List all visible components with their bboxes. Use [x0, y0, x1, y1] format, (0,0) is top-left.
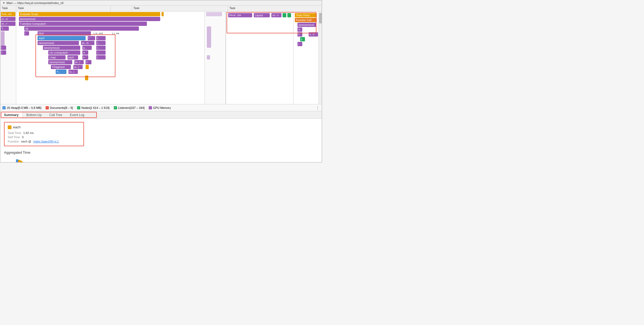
- bar-anon-row7[interactable]: (anonymous): [38, 41, 79, 45]
- bar-anon-1[interactable]: (anonymous): [19, 17, 160, 21]
- bar-a1[interactable]: (a...): [74, 60, 84, 64]
- summary-total-time-row: Total Time 1.82 ms: [8, 131, 80, 134]
- bar-anon-row8[interactable]: (anonymous): [43, 46, 80, 50]
- task-header-left: Task: [0, 6, 16, 11]
- label-li-ow: L.i_ow: [112, 31, 119, 35]
- left-small-1: [1, 31, 5, 47]
- function-label: Function: [8, 140, 19, 143]
- bar-v[interactable]: v: [86, 60, 91, 64]
- mid-bar-1: [206, 12, 222, 16]
- bar-each-main[interactable]: each: [38, 36, 86, 40]
- total-time-label: Total Time: [8, 131, 21, 134]
- gpu-label: GPU Memory: [153, 106, 171, 109]
- nodes-checkbox[interactable]: ✓: [77, 106, 80, 109]
- bar-recal-tyle[interactable]: Recal...tyle: [228, 13, 252, 17]
- summary-self-time-row: Self Time 0: [8, 136, 80, 139]
- bar-green1[interactable]: [283, 13, 286, 17]
- memory-item-js[interactable]: ✓ JS Heap[5.0 MB – 5.8 MB]: [2, 106, 41, 109]
- bar-twindow[interactable]: T.window.<computed>: [19, 22, 147, 26]
- bar-paren-4[interactable]: (...: [96, 55, 106, 60]
- left-bar-wi[interactable]: wi...>: [1, 22, 15, 26]
- summary-function-name: each: [13, 125, 21, 129]
- bar-h[interactable]: h: [297, 32, 302, 37]
- bar-imap[interactable]: i.map: [48, 55, 66, 60]
- donut-area: 2 ms 1 ms Scripting (children) 0 ms Load…: [4, 158, 318, 162]
- bar-upe[interactable]: Up...e: [271, 13, 281, 17]
- bar-e[interactable]: e: [82, 55, 88, 60]
- bar-f[interactable]: f: [88, 36, 95, 40]
- scrollbar-thumb[interactable]: [319, 13, 322, 23]
- summary-color-indicator: [8, 125, 11, 129]
- bar-a3[interactable]: (a...): [69, 70, 78, 74]
- main-flame-chart: Evaluate Script (anonymous) T.window.<co…: [16, 11, 204, 104]
- left-label-col: Eval...ript (a...s) wi...> T... t: [0, 11, 16, 104]
- bar-paren-1[interactable]: (...: [96, 36, 106, 40]
- bar-t-small[interactable]: t: [24, 31, 29, 35]
- label-lin-end: L.in_end: [94, 31, 103, 35]
- settings-icon[interactable]: ⋮: [316, 106, 320, 110]
- js-heap-checkbox[interactable]: ✓: [2, 106, 6, 109]
- nodes-label: Nodes[1 614 – 1 619]: [81, 106, 109, 109]
- bar-function-call[interactable]: Function Call: [295, 18, 317, 22]
- memory-item-listeners[interactable]: ✓ Listeners[167 – 184]: [114, 106, 145, 109]
- js-heap-label: JS Heap[5.0 MB – 5.8 MB]: [7, 106, 41, 109]
- self-time-value: 0: [22, 136, 24, 139]
- bar-paren-3[interactable]: (...: [96, 46, 106, 50]
- bar-geta[interactable]: ge...ta: [81, 41, 94, 45]
- bar-ad[interactable]: a...d: [309, 32, 318, 37]
- scrollbar-right[interactable]: [319, 11, 322, 104]
- left-bar-t3[interactable]: t: [1, 50, 6, 55]
- tab-event-log[interactable]: Event Log: [66, 111, 88, 118]
- memory-item-nodes[interactable]: ✓ Nodes[1 614 – 1 619]: [77, 106, 109, 109]
- url-bar: ▼ Main — https://wq.jd.com/wxportal/inde…: [0, 0, 322, 6]
- bar-html[interactable]: html: [38, 31, 91, 35]
- bar-evaluate-script[interactable]: Evaluate Script: [19, 12, 160, 16]
- bar-each-small[interactable]: each: [67, 55, 78, 60]
- left-bar-eval[interactable]: Eval...ript: [1, 12, 15, 16]
- bar-cb[interactable]: cb: [24, 26, 139, 31]
- bar-yfragment[interactable]: Y.fragment: [51, 65, 71, 69]
- function-link[interactable]: index.5aae1f90.js:1: [33, 140, 59, 143]
- gpu-checkbox[interactable]: ✓: [149, 106, 152, 109]
- task-header-far-right: Task: [228, 6, 322, 11]
- bar-layout[interactable]: Layout: [254, 13, 270, 17]
- left-bar-anon-s[interactable]: (a...s): [1, 17, 15, 21]
- donut-wrapper: 2 ms: [4, 158, 28, 162]
- bar-tdot[interactable]: t...: [96, 50, 106, 55]
- bar-green2[interactable]: [287, 13, 291, 17]
- bar-a2[interactable]: (a...): [73, 65, 83, 69]
- memory-item-gpu[interactable]: ✓ GPU Memory: [149, 106, 171, 109]
- bar-yellow-bottom: [85, 76, 88, 80]
- donut-svg: [4, 158, 28, 162]
- self-time-label: Self Time: [8, 136, 20, 139]
- bar-anon-right[interactable]: (anonymous): [297, 23, 316, 27]
- aggregated-section: Aggregated Time 2 ms 1 ms: [4, 150, 318, 162]
- bar-g[interactable]: g...: [82, 46, 92, 50]
- task-header-right: Task: [132, 6, 228, 11]
- task-header-main: Task: [16, 6, 111, 11]
- page-url: Main — https://wq.jd.com/wxportal/index_…: [6, 1, 64, 5]
- summary-function-row: Function each @ index.5aae1f90.js:1: [8, 140, 80, 143]
- bar-r[interactable]: r: [297, 42, 302, 46]
- tab-bottom-up[interactable]: Bottom-Up: [23, 111, 46, 118]
- bar-g-green[interactable]: g: [300, 37, 305, 41]
- summary-title-row: each: [8, 125, 80, 129]
- bar-timer-fired[interactable]: Timer Fired: [295, 13, 317, 17]
- left-bar-t[interactable]: T...: [1, 26, 9, 31]
- bar-anon-row11[interactable]: (anonymous): [48, 60, 72, 64]
- bar-ifn[interactable]: i.fn.<computed>: [48, 50, 80, 55]
- mid-bar-3: [207, 55, 210, 60]
- bar-m[interactable]: m: [297, 27, 302, 32]
- tab-call-tree[interactable]: Call Tree: [46, 111, 66, 118]
- dashed-line-right: [293, 11, 293, 104]
- bar-eval-small[interactable]: [162, 12, 164, 16]
- doc-checkbox[interactable]: ✓: [46, 106, 49, 109]
- bar-w[interactable]: w: [82, 50, 88, 55]
- task-header-row: Task Task Task Task: [0, 6, 322, 11]
- memory-item-doc[interactable]: ✓ Documents[8 – 9]: [46, 106, 73, 109]
- mid-gap-col: [204, 11, 226, 104]
- listeners-checkbox[interactable]: ✓: [114, 106, 117, 109]
- bar-paren-2[interactable]: (...: [96, 41, 106, 45]
- tab-summary[interactable]: Summary: [0, 111, 23, 118]
- bar-p[interactable]: P...: [56, 70, 66, 74]
